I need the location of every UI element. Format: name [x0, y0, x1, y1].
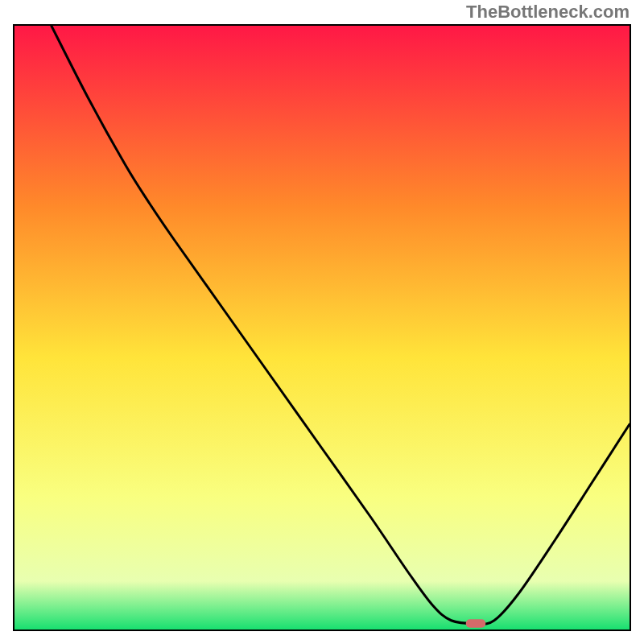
watermark-text: TheBottleneck.com [466, 2, 630, 23]
chart-svg [14, 26, 630, 630]
gradient-background [14, 26, 630, 630]
chart-frame [13, 24, 631, 631]
optimal-marker [466, 619, 485, 628]
